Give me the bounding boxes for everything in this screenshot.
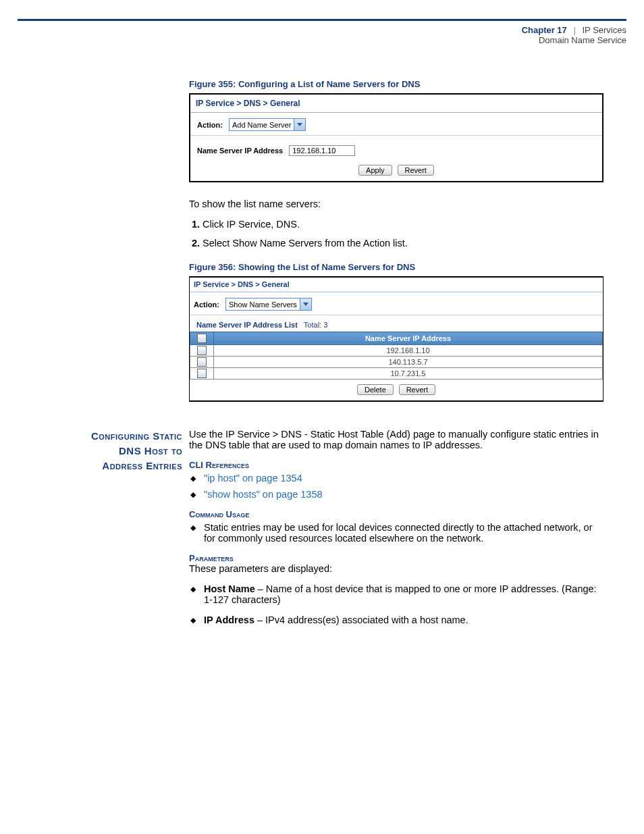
- param-desc: – Name of a host device that is mapped t…: [204, 583, 597, 605]
- name-server-table: Name Server IP Address 192.168.1.10 140.…: [190, 332, 603, 380]
- delete-button[interactable]: Delete: [357, 384, 394, 395]
- figure-356-caption: Figure 356: Showing the List of Name Ser…: [189, 262, 603, 272]
- screenshot-show-name-servers: IP Service > DNS > General Action: Show …: [189, 276, 603, 402]
- page-header: Chapter 17 | IP Services Domain Name Ser…: [18, 19, 626, 45]
- parameters-list: Host Name – Name of a host device that i…: [189, 583, 603, 625]
- revert-button[interactable]: Revert: [398, 165, 434, 176]
- crumb-general[interactable]: General: [262, 280, 290, 288]
- param-desc: – IPv4 address(es) associated with a hos…: [254, 615, 468, 625]
- parameters-heading: Parameters: [189, 553, 603, 563]
- steps-list: Click IP Service, DNS. Select Show Name …: [189, 219, 603, 249]
- list-title: Name Server IP Address List Total: 3: [190, 315, 603, 332]
- table-row: 140.113.5.7: [190, 357, 603, 368]
- screenshot-add-name-server: IP Service > DNS > General Action: Add N…: [189, 93, 603, 182]
- breadcrumb: IP Service > DNS > General: [190, 95, 602, 113]
- column-header-ip: Name Server IP Address: [214, 332, 603, 345]
- breadcrumb: IP Service > DNS > General: [190, 278, 603, 291]
- action-label: Action:: [194, 301, 219, 309]
- crumb-ip-service[interactable]: IP Service: [196, 99, 234, 108]
- step-item: Click IP Service, DNS.: [203, 219, 603, 230]
- name-server-ip-input[interactable]: 192.168.1.10: [289, 145, 355, 156]
- xref-link[interactable]: "ip host" on page 1354: [204, 473, 302, 484]
- crumb-dns[interactable]: DNS: [244, 99, 261, 108]
- cli-references-heading: CLI References: [189, 460, 603, 470]
- ip-cell: 192.168.1.10: [214, 345, 603, 357]
- cli-references-list: "ip host" on page 1354 "show hosts" on p…: [189, 473, 603, 500]
- list-item: Static entries may be used for local dev…: [204, 522, 603, 544]
- figure-355-caption: Figure 355: Configuring a List of Name S…: [189, 79, 603, 89]
- crumb-general[interactable]: General: [270, 99, 300, 108]
- param-name: IP Address: [204, 615, 254, 625]
- xref-link[interactable]: "show hosts" on page 1358: [204, 489, 323, 500]
- list-item: "show hosts" on page 1358: [204, 489, 603, 500]
- action-select-value: Show Name Servers: [226, 301, 300, 309]
- command-usage-list: Static entries may be used for local dev…: [189, 522, 603, 544]
- apply-button[interactable]: Apply: [358, 165, 392, 176]
- list-item: Host Name – Name of a host device that i…: [204, 583, 603, 605]
- chapter-subject: IP Services: [582, 25, 626, 35]
- separator: |: [573, 25, 575, 35]
- row-checkbox[interactable]: [197, 369, 207, 378]
- section-title: Domain Name Service: [18, 35, 626, 45]
- ip-cell: 140.113.5.7: [214, 357, 603, 368]
- action-select[interactable]: Show Name Servers: [225, 298, 312, 311]
- parameters-intro: These parameters are displayed:: [189, 563, 603, 574]
- chapter-label: Chapter 17: [522, 25, 567, 35]
- param-name: Host Name: [204, 583, 255, 594]
- row-checkbox[interactable]: [197, 357, 207, 367]
- list-item: IP Address – IPv4 address(es) associated…: [204, 615, 603, 625]
- revert-button[interactable]: Revert: [399, 384, 435, 395]
- table-row: 10.7.231.5: [190, 368, 603, 380]
- command-usage-heading: Command Usage: [189, 509, 603, 519]
- ip-cell: 10.7.231.5: [214, 368, 603, 380]
- section-heading: Configuring Static DNS Host to Address E…: [0, 429, 189, 631]
- table-row: 192.168.1.10: [190, 345, 603, 357]
- crumb-ip-service[interactable]: IP Service: [194, 280, 229, 288]
- svg-marker-1: [303, 303, 308, 306]
- ip-address-label: Name Server IP Address: [197, 147, 283, 155]
- action-select-value: Add Name Server: [230, 121, 294, 129]
- svg-marker-0: [297, 123, 302, 126]
- list-item: "ip host" on page 1354: [204, 473, 603, 484]
- step-item: Select Show Name Servers from the Action…: [203, 238, 603, 249]
- row-checkbox[interactable]: [197, 346, 207, 355]
- intro-text: To show the list name servers:: [189, 199, 603, 209]
- section-intro: Use the IP Service > DNS - Static Host T…: [189, 429, 603, 450]
- action-label: Action:: [197, 121, 223, 129]
- action-select[interactable]: Add Name Server: [229, 118, 306, 131]
- select-all-checkbox[interactable]: [190, 332, 214, 345]
- total-count: Total: 3: [304, 321, 327, 329]
- chevron-down-icon: [300, 298, 311, 310]
- crumb-dns[interactable]: DNS: [238, 280, 253, 288]
- chevron-down-icon: [294, 119, 305, 130]
